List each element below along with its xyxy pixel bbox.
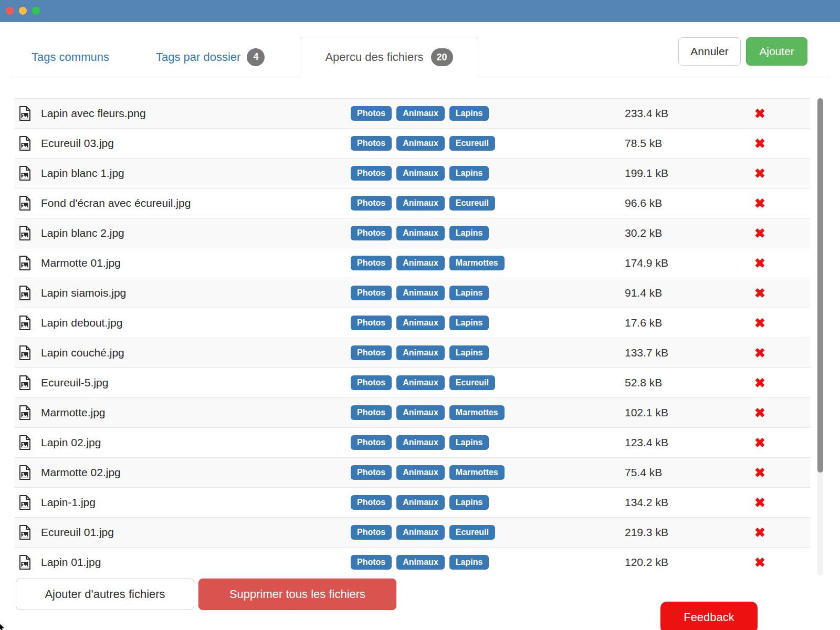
file-image-icon	[15, 136, 41, 151]
tag-badge: Ecureuil	[449, 525, 495, 540]
file-tags: PhotosAnimauxMarmottes	[344, 405, 613, 420]
tab-tags-par-dossier[interactable]: Tags par dossier 4	[156, 37, 265, 77]
scrollbar-thumb[interactable]	[817, 98, 823, 472]
tag-badge: Ecureuil	[449, 136, 495, 151]
tag-badge: Animaux	[396, 555, 445, 570]
table-row: Fond d'écran avec écureuil.jpg PhotosAni…	[15, 188, 810, 218]
file-size: 102.1 kB	[613, 406, 752, 419]
remove-file-button[interactable]: ✖	[754, 137, 765, 150]
table-row: Ecureuil 03.jpg PhotosAnimauxEcureuil 78…	[15, 129, 810, 159]
tag-badge: Photos	[351, 196, 392, 211]
file-tags: PhotosAnimauxLapins	[344, 345, 613, 360]
tag-badge: Animaux	[396, 405, 445, 420]
tag-badge: Photos	[351, 316, 392, 330]
remove-file-button[interactable]: ✖	[754, 436, 765, 449]
tab-label: Tags communs	[32, 50, 109, 64]
file-image-icon	[15, 166, 41, 181]
remove-file-button[interactable]: ✖	[754, 526, 765, 539]
table-row: Lapin avec fleurs.png PhotosAnimauxLapin…	[15, 99, 810, 129]
add-button[interactable]: Ajouter	[746, 37, 807, 66]
file-name: Lapin-1.jpg	[41, 496, 344, 509]
file-name: Marmotte.jpg	[41, 406, 344, 419]
tab-apercu-des-fichiers[interactable]: Apercu des fichiers 20	[300, 37, 478, 77]
file-name: Ecureuil 01.jpg	[41, 526, 344, 539]
add-more-files-button[interactable]: Ajouter d'autres fichiers	[16, 579, 194, 610]
file-size: 199.1 kB	[613, 167, 752, 180]
file-image-icon	[15, 555, 41, 570]
tab-label: Tags par dossier	[156, 50, 240, 64]
tag-badge: Animaux	[396, 495, 445, 510]
file-tags: PhotosAnimauxLapins	[344, 166, 613, 181]
file-image-icon	[15, 495, 41, 510]
file-name: Lapin blanc 1.jpg	[41, 167, 344, 180]
file-name: Marmotte 02.jpg	[41, 466, 344, 479]
remove-file-button[interactable]: ✖	[754, 287, 765, 300]
remove-file-button[interactable]: ✖	[754, 556, 765, 569]
file-tags: PhotosAnimauxMarmottes	[344, 465, 613, 480]
file-image-icon	[15, 345, 41, 360]
file-tags: PhotosAnimauxEcureuil	[344, 196, 613, 211]
remove-file-button[interactable]: ✖	[754, 197, 765, 210]
file-image-icon	[15, 196, 41, 211]
tag-badge: Animaux	[396, 166, 445, 181]
table-row: Marmotte 01.jpg PhotosAnimauxMarmottes 1…	[15, 248, 810, 278]
file-size: 123.4 kB	[613, 436, 752, 449]
remove-file-button[interactable]: ✖	[754, 317, 765, 330]
remove-file-button[interactable]: ✖	[754, 167, 765, 180]
file-tags: PhotosAnimauxEcureuil	[344, 136, 613, 151]
tag-badge: Photos	[351, 136, 392, 151]
file-name: Marmotte 01.jpg	[41, 257, 344, 269]
tab-tags-communs[interactable]: Tags communs	[32, 37, 109, 77]
file-name: Ecureuil-5.jpg	[41, 376, 344, 389]
tag-badge: Photos	[351, 106, 392, 121]
tag-badge: Animaux	[396, 196, 445, 211]
file-size: 96.6 kB	[613, 197, 752, 209]
cancel-button[interactable]: Annuler	[678, 37, 741, 66]
remove-file-button[interactable]: ✖	[754, 346, 765, 360]
table-row: Lapin siamois.jpg PhotosAnimauxLapins 91…	[15, 278, 810, 308]
close-window-button[interactable]	[6, 7, 14, 15]
file-tags: PhotosAnimauxEcureuil	[344, 375, 613, 390]
file-image-icon	[15, 286, 41, 300]
tag-badge: Photos	[351, 465, 392, 480]
remove-file-button[interactable]: ✖	[754, 257, 765, 270]
tag-badge: Animaux	[396, 106, 445, 121]
tag-badge: Photos	[351, 256, 392, 270]
tag-badge: Photos	[351, 166, 392, 181]
table-row: Lapin couché.jpg PhotosAnimauxLapins 133…	[15, 338, 810, 368]
tag-badge: Photos	[351, 286, 392, 300]
delete-all-files-button[interactable]: Supprimer tous les fichiers	[198, 579, 396, 610]
table-row: Marmotte.jpg PhotosAnimauxMarmottes 102.…	[15, 398, 810, 428]
file-name: Lapin debout.jpg	[41, 317, 344, 329]
file-image-icon	[15, 106, 41, 121]
file-image-icon	[15, 375, 41, 390]
file-name: Lapin avec fleurs.png	[41, 107, 344, 120]
remove-file-button[interactable]: ✖	[754, 227, 765, 240]
tag-badge: Lapins	[449, 106, 489, 121]
file-tags: PhotosAnimauxLapins	[344, 286, 613, 300]
file-size: 17.6 kB	[613, 317, 752, 329]
tag-badge: Animaux	[396, 435, 445, 450]
remove-file-button[interactable]: ✖	[754, 466, 765, 479]
remove-file-button[interactable]: ✖	[754, 376, 765, 390]
tag-badge: Lapins	[449, 286, 489, 300]
scrollbar-track[interactable]	[817, 98, 823, 575]
feedback-button[interactable]: Feedback	[660, 602, 758, 630]
remove-file-button[interactable]: ✖	[754, 496, 765, 509]
remove-file-button[interactable]: ✖	[754, 406, 765, 419]
tag-badge: Animaux	[396, 316, 445, 330]
table-row: Marmotte 02.jpg PhotosAnimauxMarmottes 7…	[15, 458, 810, 488]
tag-badge: Animaux	[396, 525, 445, 540]
tag-badge: Lapins	[449, 316, 489, 330]
file-image-icon	[15, 316, 41, 330]
tag-badge: Animaux	[396, 226, 445, 240]
file-tags: PhotosAnimauxLapins	[344, 226, 613, 240]
maximize-window-button[interactable]	[32, 7, 40, 15]
tag-badge: Photos	[351, 525, 392, 540]
table-row: Lapin blanc 1.jpg PhotosAnimauxLapins 19…	[15, 159, 810, 188]
minimize-window-button[interactable]	[19, 7, 27, 15]
remove-file-button[interactable]: ✖	[754, 107, 765, 120]
tag-badge: Photos	[351, 345, 392, 360]
tag-badge: Marmottes	[449, 256, 505, 270]
table-row: Lapin debout.jpg PhotosAnimauxLapins 17.…	[15, 308, 810, 338]
